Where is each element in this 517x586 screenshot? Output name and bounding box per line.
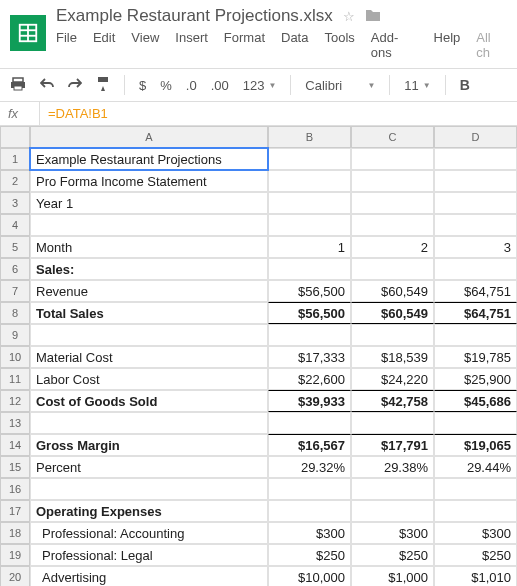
row-header[interactable]: 17	[0, 500, 30, 522]
cell[interactable]: $25,900	[434, 368, 517, 390]
cell[interactable]: 29.38%	[351, 456, 434, 478]
cell[interactable]: Example Restaurant Projections	[30, 148, 268, 170]
cell[interactable]: $22,600	[268, 368, 351, 390]
menu-view[interactable]: View	[131, 30, 159, 60]
row-header[interactable]: 12	[0, 390, 30, 412]
row-header[interactable]: 8	[0, 302, 30, 324]
undo-icon[interactable]	[40, 78, 54, 93]
row-header[interactable]: 13	[0, 412, 30, 434]
cell[interactable]	[30, 324, 268, 346]
cell[interactable]: $17,791	[351, 434, 434, 456]
cell[interactable]: $18,539	[351, 346, 434, 368]
cell[interactable]	[30, 412, 268, 434]
cell[interactable]: Labor Cost	[30, 368, 268, 390]
cell[interactable]: Advertising	[30, 566, 268, 586]
menu-tools[interactable]: Tools	[324, 30, 354, 60]
cell[interactable]	[434, 214, 517, 236]
col-header-b[interactable]: B	[268, 126, 351, 148]
cell[interactable]: Cost of Goods Sold	[30, 390, 268, 412]
cell[interactable]: $60,549	[351, 280, 434, 302]
cell[interactable]: $10,000	[268, 566, 351, 586]
cell[interactable]	[351, 148, 434, 170]
row-header[interactable]: 5	[0, 236, 30, 258]
row-header[interactable]: 10	[0, 346, 30, 368]
col-header-d[interactable]: D	[434, 126, 517, 148]
cell[interactable]	[351, 170, 434, 192]
cell[interactable]	[434, 412, 517, 434]
cell[interactable]: Month	[30, 236, 268, 258]
col-header-c[interactable]: C	[351, 126, 434, 148]
cell[interactable]: $1,010	[434, 566, 517, 586]
sheets-app-icon[interactable]	[10, 15, 46, 51]
cell[interactable]	[351, 214, 434, 236]
row-header[interactable]: 16	[0, 478, 30, 500]
col-header-a[interactable]: A	[30, 126, 268, 148]
increase-decimal-button[interactable]: .00	[211, 78, 229, 93]
cell[interactable]: $64,751	[434, 302, 517, 324]
row-header[interactable]: 11	[0, 368, 30, 390]
cell[interactable]: $16,567	[268, 434, 351, 456]
cell[interactable]: Professional: Legal	[30, 544, 268, 566]
cell[interactable]: $300	[268, 522, 351, 544]
cell[interactable]: $17,333	[268, 346, 351, 368]
cell[interactable]: 29.44%	[434, 456, 517, 478]
cell[interactable]: Revenue	[30, 280, 268, 302]
cell[interactable]: $250	[434, 544, 517, 566]
menu-all-changes[interactable]: All ch	[476, 30, 507, 60]
cell[interactable]	[30, 478, 268, 500]
folder-icon[interactable]	[365, 8, 381, 25]
cell[interactable]	[268, 192, 351, 214]
cell[interactable]: $56,500	[268, 280, 351, 302]
cell[interactable]: 3	[434, 236, 517, 258]
cell[interactable]: $24,220	[351, 368, 434, 390]
cell[interactable]	[268, 324, 351, 346]
cell[interactable]: $300	[434, 522, 517, 544]
row-header[interactable]: 7	[0, 280, 30, 302]
cell[interactable]: Total Sales	[30, 302, 268, 324]
cell[interactable]: $19,785	[434, 346, 517, 368]
cell[interactable]	[434, 324, 517, 346]
menu-file[interactable]: File	[56, 30, 77, 60]
row-header[interactable]: 14	[0, 434, 30, 456]
menu-insert[interactable]: Insert	[175, 30, 208, 60]
cell[interactable]: Operating Expenses	[30, 500, 268, 522]
cell[interactable]	[434, 170, 517, 192]
cell[interactable]: $42,758	[351, 390, 434, 412]
cell[interactable]	[434, 478, 517, 500]
row-header[interactable]: 4	[0, 214, 30, 236]
cell[interactable]: $56,500	[268, 302, 351, 324]
paint-format-icon[interactable]	[96, 76, 110, 95]
menu-format[interactable]: Format	[224, 30, 265, 60]
document-title[interactable]: Example Restaurant Projections.xlsx	[56, 6, 333, 26]
bold-button[interactable]: B	[460, 77, 470, 93]
menu-edit[interactable]: Edit	[93, 30, 115, 60]
cell[interactable]: 2	[351, 236, 434, 258]
number-format-dropdown[interactable]: 123▼	[243, 78, 277, 93]
cell[interactable]	[351, 500, 434, 522]
row-header[interactable]: 19	[0, 544, 30, 566]
cell[interactable]	[268, 148, 351, 170]
menu-addons[interactable]: Add-ons	[371, 30, 418, 60]
row-header[interactable]: 3	[0, 192, 30, 214]
row-header[interactable]: 20	[0, 566, 30, 586]
cell[interactable]: $60,549	[351, 302, 434, 324]
row-header[interactable]: 15	[0, 456, 30, 478]
cell[interactable]	[268, 214, 351, 236]
cell[interactable]: Professional: Accounting	[30, 522, 268, 544]
cell[interactable]: Pro Forma Income Statement	[30, 170, 268, 192]
font-size-dropdown[interactable]: 11▼	[404, 78, 430, 93]
decrease-decimal-button[interactable]: .0	[186, 78, 197, 93]
row-header[interactable]: 9	[0, 324, 30, 346]
cell[interactable]: $39,933	[268, 390, 351, 412]
cell[interactable]	[351, 412, 434, 434]
cell[interactable]	[268, 478, 351, 500]
cell[interactable]	[434, 148, 517, 170]
cell[interactable]: $250	[351, 544, 434, 566]
cell[interactable]	[268, 500, 351, 522]
cell[interactable]: $19,065	[434, 434, 517, 456]
cell[interactable]	[434, 500, 517, 522]
cell[interactable]	[268, 412, 351, 434]
cell[interactable]: $64,751	[434, 280, 517, 302]
row-header[interactable]: 1	[0, 148, 30, 170]
cell[interactable]	[351, 478, 434, 500]
